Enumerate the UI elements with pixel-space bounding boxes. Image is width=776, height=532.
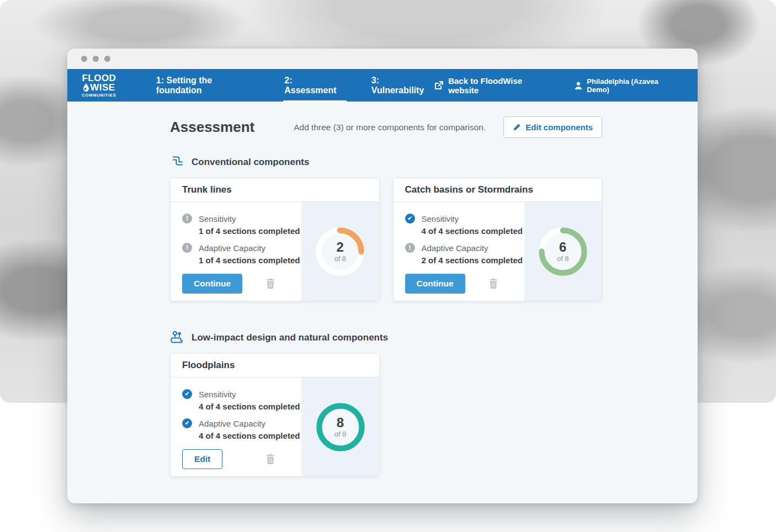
progress-panel: 2 of 8 <box>301 202 379 301</box>
edit-button[interactable]: Edit <box>182 449 222 469</box>
window-control-dot[interactable] <box>104 56 110 62</box>
continue-button[interactable]: Continue <box>182 274 242 294</box>
component-card-catch-basins: Catch basins or Stormdrains Sensitivity … <box>393 178 603 301</box>
tab-assessment[interactable]: 2: Assessment <box>283 72 347 99</box>
pencil-icon <box>513 123 521 131</box>
progress-panel: 8 of 8 <box>301 377 379 476</box>
logo-line1: FLOOD <box>74 73 124 83</box>
trash-icon[interactable] <box>489 279 498 289</box>
pipe-icon <box>170 155 185 169</box>
page-title: Assessment <box>170 119 254 136</box>
ring-value: 8 <box>337 416 344 430</box>
status-icon <box>405 243 415 253</box>
continue-button[interactable]: Continue <box>405 274 465 294</box>
nature-icon <box>170 330 185 345</box>
section-low-impact: Low-impact design and natural components <box>170 330 602 345</box>
section-title: Low-impact design and natural components <box>192 332 388 343</box>
status-label: Adaptive Capacity <box>422 243 488 253</box>
external-link-icon <box>434 81 444 90</box>
user-menu[interactable]: Philadelphia (Azavea Demo) <box>574 77 681 94</box>
status-icon <box>182 214 192 224</box>
logo-line2: WISE <box>90 83 115 92</box>
logo-line3: COMMUNITIES <box>74 93 124 98</box>
section-conventional: Conventional components <box>170 155 602 169</box>
edit-components-button[interactable]: Edit components <box>503 116 602 138</box>
page-subtitle: Add three (3) or more components for com… <box>294 123 486 132</box>
page-header: Assessment Add three (3) or more compone… <box>170 116 602 138</box>
user-label: Philadelphia (Azavea Demo) <box>587 77 681 94</box>
status-icon <box>405 214 415 224</box>
ring-value: 6 <box>559 240 566 254</box>
back-to-website-link[interactable]: Back to FloodWise website <box>434 76 553 95</box>
water-drop-icon <box>83 83 89 92</box>
ring-of-label: of 8 <box>557 255 569 263</box>
progress-ring: 2 of 8 <box>314 226 366 278</box>
status-icon <box>182 389 192 399</box>
status-detail: 4 of 4 sections completed <box>199 402 301 411</box>
app-window: FLOOD WISE COMMUNITIES 1: Setting the fo… <box>67 49 698 503</box>
trash-icon[interactable] <box>266 279 275 289</box>
card-title: Floodplains <box>182 360 235 371</box>
status-detail: 4 of 4 sections completed <box>422 226 524 236</box>
status-label: Sensitivity <box>199 390 236 399</box>
window-control-dot[interactable] <box>93 56 99 62</box>
status-detail: 1 of 4 sections completed <box>199 256 301 265</box>
ring-of-label: of 8 <box>334 430 347 438</box>
status-icon <box>182 418 192 428</box>
ring-value: 2 <box>337 240 344 254</box>
status-detail: 4 of 4 sections completed <box>199 431 301 440</box>
card-title: Catch basins or Stormdrains <box>405 184 533 195</box>
status-detail: 2 of 4 sections completed <box>422 256 524 265</box>
ring-of-label: of 8 <box>334 255 346 263</box>
progress-ring: 6 of 8 <box>537 226 589 278</box>
person-icon <box>574 81 583 90</box>
progress-panel: 6 of 8 <box>524 202 602 301</box>
card-title: Trunk lines <box>182 184 232 195</box>
nav-tabs: 1: Setting the foundation 2: Assessment … <box>155 72 434 99</box>
window-control-dot[interactable] <box>81 56 87 62</box>
section-title: Conventional components <box>192 157 309 168</box>
status-icon <box>182 243 192 253</box>
progress-ring: 8 of 8 <box>315 401 366 453</box>
main-content: Assessment Add three (3) or more compone… <box>67 102 698 477</box>
status-label: Adaptive Capacity <box>199 243 265 253</box>
status-label: Adaptive Capacity <box>199 419 265 428</box>
status-detail: 1 of 4 sections completed <box>199 226 301 236</box>
component-card-trunk-lines: Trunk lines Sensitivity 1 of 4 sections … <box>170 178 380 301</box>
tab-vulnerability[interactable]: 3: Vulnerability <box>370 72 434 99</box>
top-navbar: FLOOD WISE COMMUNITIES 1: Setting the fo… <box>67 69 698 102</box>
floodwise-logo[interactable]: FLOOD WISE COMMUNITIES <box>74 73 124 98</box>
status-label: Sensitivity <box>422 214 459 224</box>
trash-icon[interactable] <box>266 454 275 464</box>
component-card-floodplains: Floodplains Sensitivity 4 of 4 sections … <box>170 353 380 477</box>
status-label: Sensitivity <box>199 214 236 224</box>
tab-setting-the-foundation[interactable]: 1: Setting the foundation <box>155 72 259 99</box>
browser-chrome <box>67 49 698 69</box>
